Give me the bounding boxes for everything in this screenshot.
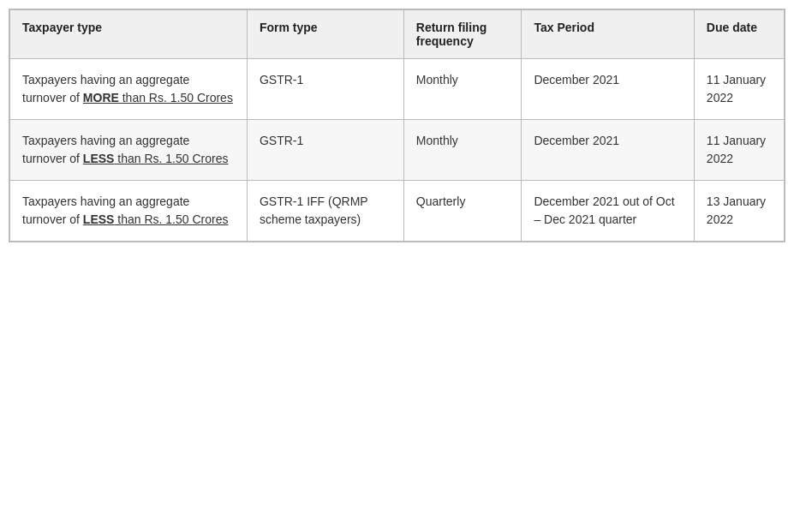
tax-table: Taxpayer type Form type Return filing fr… [9, 9, 785, 242]
cell-due-date: 11 January 2022 [694, 120, 784, 181]
cell-due-date: 13 January 2022 [694, 181, 784, 242]
cell-filing-frequency: Quarterly [403, 181, 522, 242]
cell-filing-frequency: Monthly [403, 120, 522, 181]
cell-form-type: GSTR-1 [247, 59, 403, 120]
header-filing-frequency: Return filing frequency [403, 10, 522, 59]
header-form-type: Form type [247, 10, 403, 59]
cell-tax-period: December 2021 [522, 59, 694, 120]
table-row: Taxpayers having an aggregate turnover o… [10, 120, 785, 181]
header-tax-period: Tax Period [522, 10, 694, 59]
header-taxpayer-type: Taxpayer type [10, 10, 248, 59]
table-row: Taxpayers having an aggregate turnover o… [10, 59, 785, 120]
cell-taxpayer-type: Taxpayers having an aggregate turnover o… [10, 59, 248, 120]
cell-tax-period: December 2021 [522, 120, 694, 181]
main-table-wrapper: Taxpayer type Form type Return filing fr… [9, 9, 785, 242]
cell-taxpayer-type: Taxpayers having an aggregate turnover o… [10, 120, 248, 181]
cell-form-type: GSTR-1 [247, 120, 403, 181]
cell-tax-period: December 2021 out of Oct – Dec 2021 quar… [522, 181, 694, 242]
table-row: Taxpayers having an aggregate turnover o… [10, 181, 785, 242]
table-header-row: Taxpayer type Form type Return filing fr… [10, 10, 785, 59]
cell-form-type: GSTR-1 IFF (QRMP scheme taxpayers) [247, 181, 403, 242]
header-due-date: Due date [694, 10, 784, 59]
cell-due-date: 11 January 2022 [694, 59, 784, 120]
cell-filing-frequency: Monthly [403, 59, 522, 120]
cell-taxpayer-type: Taxpayers having an aggregate turnover o… [10, 181, 248, 242]
